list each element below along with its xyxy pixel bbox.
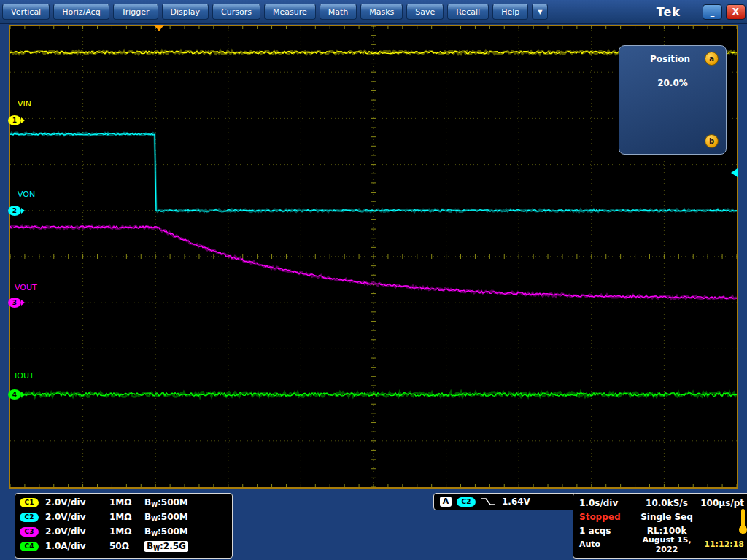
channel-marker-1[interactable]: 1 [8,115,21,125]
channel-readouts[interactable]: C12.0V/div1MΩBW:500MC22.0V/div1MΩBW:500M… [15,493,233,559]
minimize-button[interactable]: _ [703,4,722,20]
oscilloscope-screen: VerticalHoriz/AcqTriggerDisplayCursorsMe… [0,0,747,560]
channel-badge-c2[interactable]: C2 [20,513,39,522]
channel-badge-c1[interactable]: C1 [20,498,39,508]
horizontal-acquisition-readout[interactable]: 1.0s/div 10.0kS/s 100µs/pt Stopped Singl… [573,493,747,559]
trigger-mode: Auto [579,540,636,549]
channel-bandwidth: BW:2.5G [144,541,188,552]
time-display: 11:12:18 [697,540,744,549]
position-value: 20.0% [627,78,719,88]
channel-bandwidth: BW:500M [144,512,188,523]
channel-marker-2[interactable]: 2 [8,206,21,216]
position-panel-spacer [627,88,719,134]
channel-readout-c4[interactable]: C41.0A/div50ΩBW:2.5G [20,539,228,553]
menu-button-measure[interactable]: Measure [264,4,316,20]
close-button[interactable]: X [726,4,746,20]
channel-marker-label: 4 [12,391,17,398]
menu-button-cursors[interactable]: Cursors [212,4,260,20]
trace-label-vin: VIN [18,99,31,109]
channel-marker-arrow-icon [21,392,25,397]
channel-marker-label: 1 [12,117,17,124]
channel-impedance: 1MΩ [109,512,144,522]
menu-button-help[interactable]: Help [492,4,528,20]
trigger-level-marker-icon[interactable] [731,168,738,177]
bw-prefix: B [144,497,151,508]
position-panel-separator [631,71,703,71]
bw-sub: W [151,502,158,508]
acquisition-mode: Single Seq [636,512,697,522]
trigger-source-badge: C2 [457,497,476,507]
bw-value: :2.5G [160,541,186,551]
horizontal-row-2: Stopped Single Seq [579,510,744,524]
channel-badge-c3[interactable]: C3 [20,527,39,537]
channel-readout-c3[interactable]: C32.0V/div1MΩBW:500M [20,524,228,539]
channel-readout-rows: C12.0V/div1MΩBW:500MC22.0V/div1MΩBW:500M… [20,495,228,553]
position-panel-title: Position [627,54,705,64]
position-panel-header: Position a [627,52,719,66]
thermometer-bulb [739,526,747,534]
channel-badge-c4[interactable]: C4 [20,542,39,551]
bw-sub: W [153,545,160,552]
channel-impedance: 1MΩ [109,497,144,508]
channel-scale: 2.0V/div [45,526,109,537]
channel-marker-label: 3 [12,299,17,306]
acquisition-count: 1 acqs [579,526,636,536]
menu-dropdown-button[interactable]: ▼ [532,4,548,20]
bw-prefix: B [144,512,151,522]
trace-label-iout: IOUT [15,371,34,381]
menu-bar: VerticalHoriz/AcqTriggerDisplayCursorsMe… [0,0,747,24]
channel-scale: 1.0A/div [45,541,109,551]
record-length: RL:100k [636,526,697,536]
tek-logo: Tek [657,5,681,19]
menu-button-display[interactable]: Display [162,4,209,20]
knob-b-badge[interactable]: b [705,134,719,148]
trigger-level-value: 1.64V [502,497,530,507]
sample-resolution: 100µs/pt [697,498,744,508]
trigger-readout[interactable]: A C2 1.64V [433,493,579,510]
bw-value: :500M [158,497,188,508]
waveform-display: Position a 20.0% b 1234VINVONVOUTIOUT [9,25,738,489]
channel-impedance: 50Ω [109,541,144,551]
menu-items: VerticalHoriz/AcqTriggerDisplayCursorsMe… [2,4,528,20]
temperature-indicator-icon [738,509,747,534]
bw-prefix: B [147,541,153,551]
bw-value: :500M [158,512,188,522]
date-display: August 15, 2022 [636,535,697,554]
trace-label-von: VON [18,190,35,199]
bw-value: :500M [158,526,188,537]
horizontal-scale: 1.0s/div [579,498,636,508]
menu-button-math[interactable]: Math [320,4,357,20]
knob-a-badge[interactable]: a [705,52,719,66]
menu-button-masks[interactable]: Masks [360,4,403,20]
trigger-a-badge: A [440,497,452,507]
sample-rate: 10.0kS/s [636,498,697,508]
trigger-position-marker-icon[interactable] [154,25,164,31]
channel-readout-c2[interactable]: C22.0V/div1MΩBW:500M [20,510,228,524]
menu-button-recall[interactable]: Recall [447,4,489,20]
channel-marker-4[interactable]: 4 [8,389,21,400]
bw-sub: W [151,531,158,537]
channel-bandwidth: BW:500M [144,526,188,537]
channel-readout-c1[interactable]: C12.0V/div1MΩBW:500M [20,495,228,510]
trace-vout-band [10,225,737,299]
channel-scale: 2.0V/div [45,497,109,508]
trace-label-vout: VOUT [15,283,37,292]
channel-marker-arrow-icon [21,208,25,214]
menu-button-vertical[interactable]: Vertical [2,4,50,20]
channel-bandwidth: BW:500M [144,497,188,508]
horizontal-row-4: Auto August 15, 2022 11:12:18 [579,537,744,551]
menu-button-horiz-acq[interactable]: Horiz/Acq [53,4,109,20]
channel-marker-label: 2 [12,207,17,214]
channel-scale: 2.0V/div [45,512,109,522]
falling-edge-icon [481,497,495,507]
horizontal-row-1: 1.0s/div 10.0kS/s 100µs/pt [579,496,744,510]
position-panel: Position a 20.0% b [619,45,727,155]
menu-button-trigger[interactable]: Trigger [113,4,158,20]
trace-vout [10,226,737,299]
channel-marker-arrow-icon [21,117,25,123]
bw-sub: W [151,516,158,523]
menu-button-save[interactable]: Save [406,4,444,20]
bw-prefix: B [144,526,151,537]
channel-marker-arrow-icon [21,300,25,306]
position-panel-separator-b [631,141,699,141]
